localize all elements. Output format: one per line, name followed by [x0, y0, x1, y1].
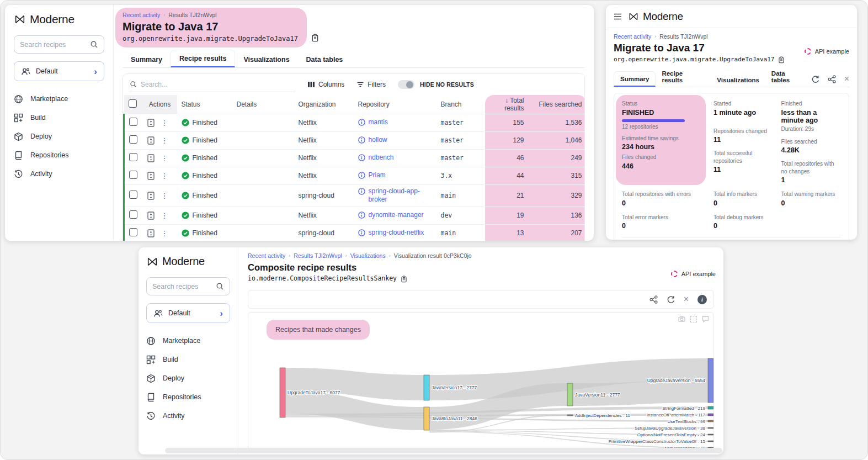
- sidebar-item-marketplace[interactable]: Marketplace: [146, 334, 230, 347]
- sankey-node-UpgradeToJava17[interactable]: [280, 368, 285, 417]
- copy-clipboard-icon[interactable]: [311, 34, 319, 42]
- header-branch[interactable]: Branch: [436, 95, 485, 114]
- api-example-chip[interactable]: API example: [805, 48, 849, 55]
- columns-button[interactable]: Columns: [307, 81, 344, 88]
- sankey-node-Java8toJava11[interactable]: [424, 407, 429, 430]
- info-circle-icon[interactable]: [358, 188, 365, 195]
- sidebar-item-marketplace[interactable]: Marketplace: [14, 92, 104, 105]
- sidebar-item-build[interactable]: Build: [146, 353, 230, 366]
- api-example-chip[interactable]: API example: [671, 271, 716, 277]
- header-status[interactable]: Status: [177, 95, 232, 114]
- info-circle-icon[interactable]: [358, 212, 365, 219]
- header-repository[interactable]: Repository: [354, 95, 436, 114]
- diff-file-icon[interactable]: [147, 154, 155, 162]
- header-files-searched[interactable]: Files searched: [529, 95, 585, 114]
- sankey-node-JavaVersion11[interactable]: [567, 383, 573, 406]
- kebab-menu-icon[interactable]: ⋮: [161, 172, 168, 179]
- table-row[interactable]: ⋮ Finished Netflix ndbench master 46 249: [124, 149, 585, 167]
- moderne-logo[interactable]: Moderne: [14, 13, 104, 26]
- info-circle-icon[interactable]: [358, 136, 365, 144]
- sankey-node-AddInjectDependencies[interactable]: [567, 415, 573, 416]
- table-row[interactable]: ⋮ Finished spring-cloud spring-cloud-net…: [124, 224, 585, 241]
- diff-file-icon[interactable]: [147, 229, 155, 237]
- menu-burger-icon[interactable]: [614, 13, 622, 20]
- kebab-menu-icon[interactable]: ⋮: [161, 230, 168, 237]
- org-switcher-button[interactable]: Default ›: [146, 303, 230, 323]
- close-icon[interactable]: ×: [684, 295, 689, 304]
- info-circle-icon[interactable]: [358, 172, 365, 179]
- tab-summary[interactable]: Summary: [123, 51, 171, 67]
- breadcrumb-link[interactable]: Visualizations: [350, 252, 386, 259]
- row-checkbox[interactable]: [129, 153, 137, 161]
- table-row[interactable]: ⋮ Finished Netflix dynomite-manager dev …: [124, 207, 585, 224]
- sidebar-item-build[interactable]: Build: [14, 111, 104, 124]
- row-checkbox[interactable]: [129, 135, 137, 144]
- repository-link[interactable]: spring-cloud-netflix: [369, 229, 424, 237]
- row-checkbox[interactable]: [129, 210, 137, 219]
- sidebar-item-repositories[interactable]: Repositories: [14, 149, 104, 162]
- table-search-input[interactable]: [141, 81, 295, 88]
- sidebar-item-activity[interactable]: Activity: [146, 409, 230, 422]
- kebab-menu-icon[interactable]: ⋮: [161, 137, 168, 144]
- kebab-menu-icon[interactable]: ⋮: [161, 119, 168, 126]
- header-organization[interactable]: Organization: [294, 95, 354, 114]
- refresh-icon[interactable]: [667, 295, 675, 304]
- hide-no-results-toggle[interactable]: [398, 80, 414, 89]
- sankey-node-JavaVersion17[interactable]: [424, 375, 429, 400]
- table-row[interactable]: ⋮ Finished Netflix mantis master 155 1,5…: [124, 114, 585, 131]
- diff-file-icon[interactable]: [147, 192, 155, 200]
- repository-link[interactable]: spring-cloud-app-broker: [369, 187, 432, 204]
- moderne-logo[interactable]: Moderne: [628, 10, 683, 23]
- copy-clipboard-icon[interactable]: [778, 56, 785, 64]
- sankey-node-UpgradeJavaVersion[interactable]: [708, 358, 713, 403]
- table-row[interactable]: ⋮ Finished Netflix hollow master 129 1,0…: [124, 131, 585, 149]
- row-checkbox[interactable]: [129, 171, 137, 179]
- diff-file-icon[interactable]: [147, 136, 155, 145]
- row-checkbox[interactable]: [129, 191, 137, 199]
- info-circle-icon[interactable]: [358, 119, 365, 126]
- breadcrumb-link[interactable]: Recent activity: [614, 33, 651, 40]
- sankey-node-OptionalNotPresentToIsEmpty[interactable]: [708, 434, 713, 435]
- org-switcher-button[interactable]: Default ›: [14, 61, 104, 81]
- comment-bubble-icon[interactable]: [702, 315, 709, 322]
- repository-link[interactable]: dynomite-manager: [369, 211, 424, 220]
- sankey-node-UseTextBlocks[interactable]: [708, 420, 713, 422]
- refresh-icon[interactable]: [811, 75, 819, 83]
- sankey-node-StringFormatted[interactable]: [708, 406, 713, 409]
- sidebar-item-repositories[interactable]: Repositories: [146, 390, 230, 404]
- sankey-node-PrimitiveWrapperClassConstructorToValueOf[interactable]: [708, 441, 713, 442]
- kebab-menu-icon[interactable]: ⋮: [161, 192, 168, 199]
- sidebar-item-deploy[interactable]: Deploy: [14, 130, 104, 143]
- tab-data-tables[interactable]: Data tables: [765, 66, 811, 87]
- breadcrumb-link[interactable]: Results TJI2nWvpl: [294, 252, 342, 259]
- camera-snapshot-icon[interactable]: [678, 315, 685, 322]
- tab-recipe-results[interactable]: Recipe results: [171, 50, 235, 67]
- diff-file-icon[interactable]: [147, 212, 155, 220]
- kebab-menu-icon[interactable]: ⋮: [161, 155, 168, 162]
- breadcrumb-link[interactable]: Recent activity: [123, 12, 160, 18]
- tab-visualizations[interactable]: Visualizations: [711, 73, 765, 87]
- select-all-checkbox[interactable]: [129, 99, 137, 108]
- diff-file-icon[interactable]: [147, 119, 155, 127]
- filters-button[interactable]: Filters: [356, 81, 386, 88]
- repository-link[interactable]: Priam: [369, 171, 386, 180]
- recipe-search[interactable]: [146, 277, 230, 295]
- repository-link[interactable]: mantis: [369, 118, 388, 127]
- kebab-menu-icon[interactable]: ⋮: [161, 212, 168, 219]
- box-select-icon[interactable]: [690, 316, 697, 322]
- tab-summary[interactable]: Summary: [614, 71, 656, 87]
- horizontal-scrollbar[interactable]: [165, 448, 722, 453]
- repository-link[interactable]: ndbench: [369, 154, 394, 162]
- sidebar-item-deploy[interactable]: Deploy: [146, 372, 230, 385]
- sankey-node-InstanceOfPatternMatch[interactable]: [708, 414, 713, 416]
- table-search[interactable]: [130, 77, 295, 92]
- share-icon[interactable]: [649, 295, 658, 304]
- share-icon[interactable]: [828, 75, 836, 83]
- info-filled-icon[interactable]: i: [697, 295, 707, 304]
- breadcrumb-link[interactable]: Recent activity: [248, 252, 285, 259]
- table-row[interactable]: ⋮ Finished Netflix Priam 3.x 44 315: [124, 167, 585, 184]
- header-details[interactable]: Details: [232, 95, 294, 114]
- recipe-search-input[interactable]: [20, 41, 90, 49]
- table-row[interactable]: ⋮ Finished spring-cloud spring-cloud-app…: [124, 184, 585, 207]
- tab-data-tables[interactable]: Data tables: [298, 51, 352, 67]
